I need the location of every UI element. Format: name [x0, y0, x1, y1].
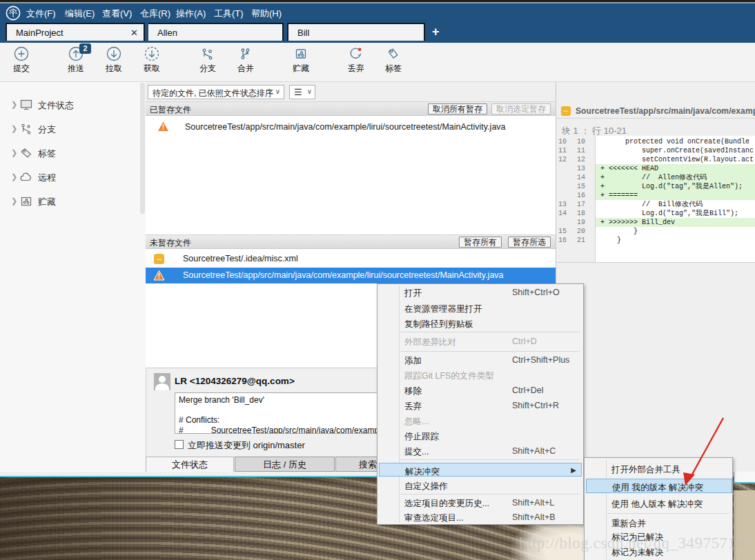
svg-text:...: ... — [157, 254, 162, 261]
svg-text:!: ! — [158, 272, 160, 280]
svg-text:!: ! — [162, 123, 164, 131]
